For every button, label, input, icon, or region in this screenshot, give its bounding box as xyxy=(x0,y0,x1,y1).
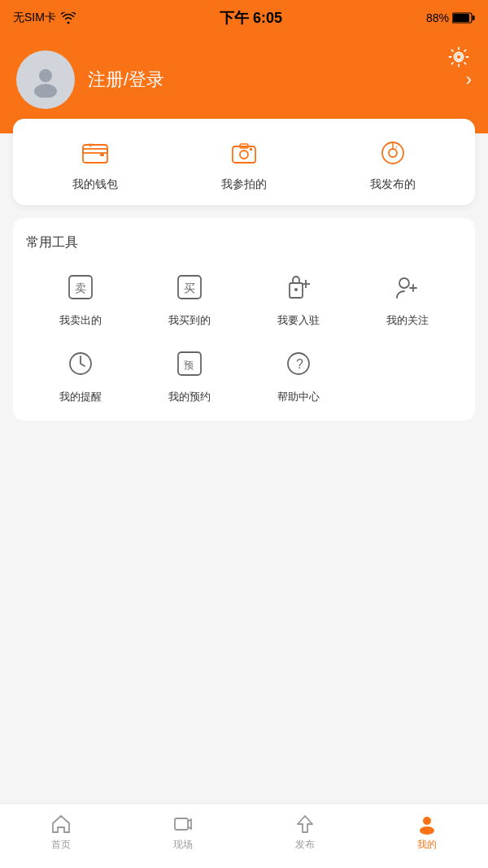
svg-text:预: 预 xyxy=(184,360,194,371)
reminder-icon xyxy=(61,344,100,383)
svg-rect-8 xyxy=(83,149,107,153)
avatar xyxy=(16,50,75,109)
reserve-icon: 预 xyxy=(170,344,209,383)
svg-text:¥: ¥ xyxy=(88,142,93,149)
tool-settle[interactable]: 我要入驻 xyxy=(244,268,353,328)
reminder-label: 我的提醒 xyxy=(59,390,102,404)
svg-rect-35 xyxy=(175,818,188,830)
nav-publish[interactable]: 发布 xyxy=(244,813,366,858)
nav-home-label: 首页 xyxy=(51,838,71,852)
help-icon: ? xyxy=(279,344,318,383)
svg-point-16 xyxy=(389,149,397,157)
reserve-label: 我的预约 xyxy=(168,390,211,404)
quick-participated[interactable]: 我参拍的 xyxy=(170,135,319,192)
status-time: 下午 6:05 xyxy=(220,8,282,28)
svg-rect-1 xyxy=(453,14,469,22)
tool-follow[interactable]: 我的关注 xyxy=(353,268,462,328)
bottom-nav: 首页 现场 发布 我的 xyxy=(0,803,488,868)
svg-rect-10 xyxy=(100,154,104,156)
tool-help[interactable]: ? 帮助中心 xyxy=(244,344,353,404)
battery-percent: 88% xyxy=(426,11,449,24)
participated-label: 我参拍的 xyxy=(221,177,267,192)
buy-icon: 买 xyxy=(170,268,209,307)
tool-sell[interactable]: 卖 我卖出的 xyxy=(26,268,135,328)
svg-rect-2 xyxy=(473,15,475,20)
svg-point-27 xyxy=(399,278,409,288)
battery-icon xyxy=(452,12,475,24)
nav-live-label: 现场 xyxy=(173,838,193,852)
nav-live[interactable]: 现场 xyxy=(122,813,244,858)
sell-icon: 卖 xyxy=(61,268,100,307)
publish-icon xyxy=(375,135,411,171)
tools-grid: 卖 我卖出的 买 我买到的 xyxy=(26,268,462,404)
svg-point-36 xyxy=(423,817,431,825)
tool-buy[interactable]: 买 我买到的 xyxy=(135,268,244,328)
tool-reminder[interactable]: 我的提醒 xyxy=(26,344,135,404)
follow-icon xyxy=(388,268,427,307)
svg-line-18 xyxy=(396,146,397,149)
settle-label: 我要入驻 xyxy=(277,313,320,328)
svg-rect-7 xyxy=(83,145,107,163)
svg-point-5 xyxy=(39,69,52,82)
wallet-label: 我的钱包 xyxy=(72,177,118,192)
status-left: 无SIM卡 xyxy=(13,11,76,25)
tools-section: 常用工具 卖 我卖出的 买 我买到的 xyxy=(13,218,475,421)
camera-icon xyxy=(226,135,262,171)
wallet-icon: ¥ xyxy=(77,135,113,171)
tools-title: 常用工具 xyxy=(26,234,462,251)
buy-label: 我买到的 xyxy=(168,313,211,328)
svg-point-6 xyxy=(34,84,57,98)
svg-point-37 xyxy=(420,827,434,835)
status-bar: 无SIM卡 下午 6:05 88% xyxy=(0,0,488,36)
chevron-right-icon: › xyxy=(466,69,472,90)
tool-reserve[interactable]: 预 我的预约 xyxy=(135,344,244,404)
svg-text:买: 买 xyxy=(184,281,195,294)
nav-publish-label: 发布 xyxy=(295,838,315,852)
published-label: 我发布的 xyxy=(370,177,416,192)
svg-point-24 xyxy=(294,288,298,291)
svg-point-3 xyxy=(456,55,461,59)
quick-actions-card: ¥ 我的钱包 我参拍的 我发布的 xyxy=(13,119,475,205)
help-label: 帮助中心 xyxy=(277,390,320,404)
wifi-icon xyxy=(61,12,76,24)
nav-home[interactable]: 首页 xyxy=(0,813,122,858)
nav-my[interactable]: 我的 xyxy=(366,813,488,858)
status-right: 88% xyxy=(426,11,475,24)
svg-rect-14 xyxy=(250,148,252,150)
nav-my-label: 我的 xyxy=(417,838,437,852)
quick-wallet[interactable]: ¥ 我的钱包 xyxy=(21,135,170,192)
quick-published[interactable]: 我发布的 xyxy=(318,135,467,192)
profile-text: 注册/登录 xyxy=(88,68,453,92)
sell-label: 我卖出的 xyxy=(59,313,102,328)
svg-text:卖: 卖 xyxy=(75,281,86,294)
settings-button[interactable] xyxy=(446,44,472,70)
sim-text: 无SIM卡 xyxy=(13,11,56,25)
svg-point-12 xyxy=(240,150,248,159)
profile-row[interactable]: 注册/登录 › xyxy=(16,50,472,109)
follow-label: 我的关注 xyxy=(386,313,429,328)
svg-text:?: ? xyxy=(296,357,303,371)
settle-icon xyxy=(279,268,318,307)
